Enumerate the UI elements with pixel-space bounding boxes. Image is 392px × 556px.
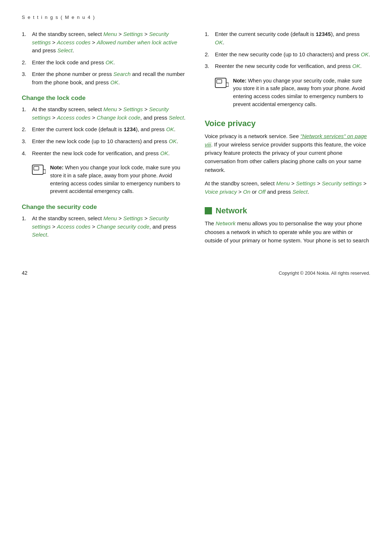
intro-step-1: At the standby screen, select Menu > Set…: [22, 30, 187, 55]
intro-step-2: Enter the lock code and press OK.: [22, 59, 187, 67]
network-title-text: Network: [216, 206, 247, 215]
ok-link-2: OK: [110, 79, 118, 85]
select-link-4: Select: [293, 189, 308, 195]
note-security-code-box: Note: When you change your security code…: [215, 77, 370, 109]
ok-link-5: OK: [160, 150, 168, 156]
note-lock-code-text: Note: When you change your lock code, ma…: [50, 164, 187, 196]
intro-steps-list: At the standby screen, select Menu > Set…: [22, 30, 187, 86]
page-footer: 42 Copyright © 2004 Nokia. All rights re…: [22, 267, 370, 276]
ok-link-7: OK: [361, 51, 369, 57]
network-section-heading: Network: [205, 206, 370, 215]
settings-link-4: Settings: [296, 180, 315, 186]
lock-step-2: Enter the current lock code (default is …: [22, 125, 187, 134]
access-codes-link-1: Access codes: [57, 39, 91, 45]
note-security-code-text: Note: When you change your security code…: [233, 77, 370, 109]
right-step-4: Reenter the new security code for verifi…: [205, 62, 370, 70]
svg-rect-5: [226, 83, 229, 86]
network-services-link: "Network services" on page viii: [205, 133, 367, 148]
menu-link-2: Menu: [103, 106, 117, 112]
network-square-icon: [205, 207, 212, 214]
settings-link-3: Settings: [123, 215, 143, 221]
lock-step-3: Enter the new lock code (up to 10 charac…: [22, 137, 187, 146]
default-lock-code: 1234: [124, 127, 136, 133]
ok-link-6: OK: [215, 39, 223, 45]
ok-link-3: OK: [166, 126, 174, 132]
search-link: Search: [113, 71, 131, 77]
note-icon-lock: [32, 165, 46, 176]
page-number: 42: [22, 270, 28, 276]
access-codes-link-3: Access codes: [57, 223, 91, 230]
left-column: At the standby screen, select Menu > Set…: [22, 30, 187, 250]
off-link: Off: [258, 189, 265, 195]
ok-link-4: OK: [169, 138, 177, 144]
voice-privacy-link: Voice privacy: [205, 189, 237, 195]
ok-link-8: OK: [352, 63, 360, 69]
select-link-2: Select: [169, 114, 184, 121]
voice-privacy-body1: Voice privacy is a network service. See …: [205, 132, 370, 174]
change-lock-code-link: Change lock code: [97, 114, 140, 121]
allowed-number-link: Allowed number when lock active: [97, 39, 177, 45]
svg-rect-4: [217, 80, 222, 83]
voice-privacy-heading: Voice privacy: [205, 119, 370, 128]
on-link: On: [243, 189, 250, 195]
select-link-1: Select: [57, 47, 73, 53]
menu-link-4: Menu: [276, 180, 290, 186]
lock-step-4: Reenter the new lock code for verificati…: [22, 149, 187, 158]
page-header: S e t t i n g s ( M e n u 4 ): [22, 15, 370, 20]
change-security-code-link: Change security code: [97, 223, 149, 230]
menu-link-1: Menu: [103, 31, 117, 37]
change-lock-code-steps: At the standby screen, select Menu > Set…: [22, 105, 187, 157]
menu-link-3: Menu: [103, 215, 117, 221]
ok-link-1: OK: [106, 59, 114, 65]
settings-link-1: Settings: [123, 31, 143, 37]
right-steps-list: Enter the current security code (default…: [205, 30, 370, 70]
access-codes-link-2: Access codes: [57, 114, 91, 121]
voice-privacy-body2: At the standby screen, select Menu > Set…: [205, 179, 370, 196]
network-link: Network: [216, 220, 236, 226]
svg-rect-1: [34, 166, 39, 170]
security-settings-link-4: Security settings: [322, 180, 362, 186]
main-content: At the standby screen, select Menu > Set…: [22, 30, 370, 250]
select-link-3: Select: [32, 231, 47, 238]
copyright-text: Copyright © 2004 Nokia. All rights reser…: [279, 270, 370, 276]
right-step-2: Enter the current security code (default…: [205, 30, 370, 47]
security-step-1: At the standby screen, select Menu > Set…: [22, 214, 187, 239]
change-security-code-heading: Change the security code: [22, 204, 187, 211]
lock-step-1: At the standby screen, select Menu > Set…: [22, 105, 187, 122]
right-column: Enter the current security code (default…: [205, 30, 370, 250]
change-lock-code-heading: Change the lock code: [22, 94, 187, 102]
svg-rect-2: [43, 170, 46, 173]
intro-step-3: Enter the phone number or press Search a…: [22, 70, 187, 86]
change-security-code-steps: At the standby screen, select Menu > Set…: [22, 214, 187, 239]
note-lock-code-box: Note: When you change your lock code, ma…: [32, 164, 187, 196]
note-icon-security: [215, 78, 229, 89]
settings-link-2: Settings: [123, 106, 143, 112]
default-security-code: 12345: [316, 32, 331, 37]
right-step-3: Enter the new security code (up to 10 ch…: [205, 51, 370, 59]
network-body-text: The Network menu allows you to personali…: [205, 219, 370, 245]
